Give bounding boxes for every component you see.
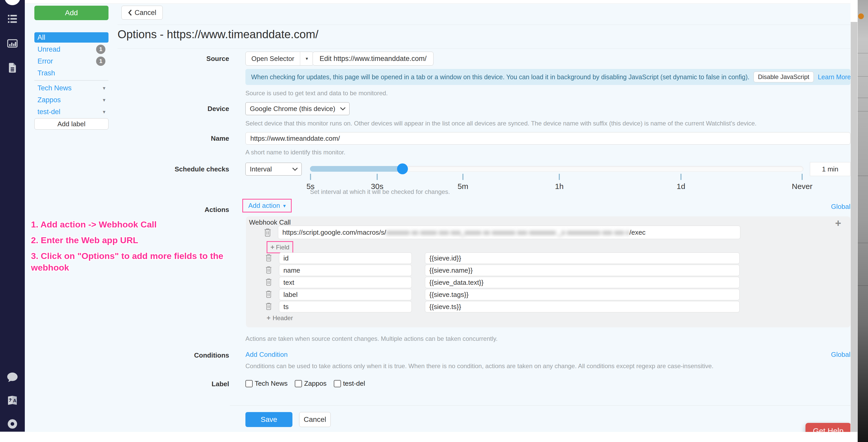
divider xyxy=(118,48,850,48)
trash-icon xyxy=(265,277,273,286)
trash-icon xyxy=(265,253,273,262)
chevron-left-icon xyxy=(128,9,132,16)
name-hint: A short name to identify this monitor. xyxy=(245,149,345,156)
add-field-button[interactable]: + Field xyxy=(267,241,293,253)
annotation-step-2: 2. Enter the Web app URL xyxy=(31,234,240,246)
slider-thumb[interactable] xyxy=(397,163,408,174)
sidebar-label-test-del[interactable]: test-del ▾ xyxy=(34,107,108,117)
main-content: Add All Unread 1 Error 1 Trash Tech News… xyxy=(25,4,850,432)
field-key-input[interactable] xyxy=(279,277,412,288)
add-monitor-button[interactable]: Add xyxy=(34,6,108,20)
webhook-call-panel: Webhook Call + https://script.google.com… xyxy=(246,216,850,327)
webhook-url-input[interactable]: https://script.google.com/macros/s/xxxxx… xyxy=(278,226,740,239)
learn-more-link[interactable]: Learn More xyxy=(818,73,850,81)
disable-javascript-button[interactable]: Disable JavaScript xyxy=(753,71,814,82)
divider xyxy=(230,405,850,406)
watchlist-icon[interactable] xyxy=(0,13,25,25)
name-label: Name xyxy=(114,132,229,144)
open-selector-button[interactable]: Open Selector ▾ xyxy=(245,52,314,66)
field-value-input[interactable] xyxy=(425,277,740,288)
trash-icon xyxy=(265,302,273,311)
page-title: Options - https://www.timeanddate.com/ xyxy=(118,28,318,41)
checkbox-zappos[interactable]: Zappos xyxy=(295,379,327,387)
device-select[interactable]: Google Chrome (this device) xyxy=(245,102,349,115)
delete-field-button[interactable] xyxy=(265,290,273,300)
chat-icon[interactable] xyxy=(0,371,25,383)
divider xyxy=(118,25,850,25)
sidebar-item-error[interactable]: Error 1 xyxy=(34,56,108,66)
scrollbar-thumb[interactable] xyxy=(851,22,858,432)
chevron-down-icon[interactable]: ▾ xyxy=(300,52,313,65)
field-value-input[interactable] xyxy=(425,252,740,264)
checkbox-test-del[interactable]: test-del xyxy=(334,379,365,387)
test-del-checkbox[interactable] xyxy=(334,380,341,387)
schedule-mode-select[interactable]: Interval xyxy=(245,163,302,176)
collapse-plus-icon[interactable]: + xyxy=(835,217,841,229)
plus-icon: + xyxy=(267,314,271,322)
schedule-hint: Set interval at which it will be checked… xyxy=(310,188,450,196)
actions-label: Actions xyxy=(114,203,229,216)
tick xyxy=(462,174,463,180)
cancel-button[interactable]: Cancel xyxy=(299,412,331,427)
name-input[interactable] xyxy=(245,132,850,144)
add-condition-link[interactable]: Add Condition xyxy=(245,351,287,359)
field-value-input[interactable] xyxy=(425,301,740,312)
svg-text:A: A xyxy=(13,398,16,403)
gear-icon[interactable] xyxy=(0,418,25,430)
conditions-global-link[interactable]: Global xyxy=(800,351,850,359)
annotation-step-1: 1. Add action -> Webhook Call xyxy=(31,219,240,230)
actions-global-link[interactable]: Global xyxy=(800,203,850,211)
chevron-down-icon[interactable]: ▾ xyxy=(103,97,105,103)
delete-field-button[interactable] xyxy=(265,277,273,287)
tick-label: 1d xyxy=(677,182,685,191)
delete-field-button[interactable] xyxy=(265,253,273,263)
field-key-input[interactable] xyxy=(279,301,412,312)
field-key-input[interactable] xyxy=(279,265,412,276)
edit-source-button[interactable]: Edit https://www.timeanddate.com/ xyxy=(313,52,433,66)
device-label: Device xyxy=(114,102,229,115)
trash-icon xyxy=(263,227,272,238)
field-key-input[interactable] xyxy=(279,252,412,264)
zappos-checkbox[interactable] xyxy=(295,380,302,387)
sidebar-item-unread[interactable]: Unread 1 xyxy=(34,44,108,55)
tick xyxy=(310,174,311,180)
cancel-back-button[interactable]: Cancel xyxy=(121,6,163,20)
add-header-button[interactable]: + Header xyxy=(267,314,293,322)
source-hint: Source is used to get text and data to b… xyxy=(245,90,388,97)
tick xyxy=(559,174,560,180)
annotation-step-3: 3. Click on "Options" to add more fields… xyxy=(31,250,240,273)
document-icon[interactable] xyxy=(0,62,25,74)
field-key-input[interactable] xyxy=(279,289,412,300)
sidebar-item-all[interactable]: All xyxy=(34,32,108,43)
label-section-label: Label xyxy=(114,379,229,388)
tick xyxy=(680,174,681,180)
sidebar-item-trash[interactable]: Trash xyxy=(34,68,108,78)
chevron-down-icon: ▾ xyxy=(283,203,286,209)
translate-icon[interactable]: A xyxy=(0,394,25,407)
chevron-down-icon[interactable]: ▾ xyxy=(103,109,105,115)
save-button[interactable]: Save xyxy=(245,412,292,427)
tech-news-checkbox[interactable] xyxy=(245,380,253,387)
chevron-down-icon xyxy=(292,167,298,171)
actions-hint: Actions are taken when source content ch… xyxy=(245,335,498,342)
sidebar-label-zappos[interactable]: Zappos ▾ xyxy=(34,95,108,105)
get-help-button[interactable]: Get Help xyxy=(805,423,850,432)
schedule-label: Schedule checks xyxy=(114,163,229,176)
chevron-down-icon[interactable]: ▾ xyxy=(103,85,105,91)
checkbox-tech-news[interactable]: Tech News xyxy=(245,379,287,387)
reports-icon[interactable] xyxy=(0,38,25,49)
slider-fill xyxy=(310,166,402,172)
field-value-input[interactable] xyxy=(425,289,740,300)
interval-value-box[interactable]: 1 min xyxy=(810,162,850,176)
tick-label: 1h xyxy=(555,182,563,191)
delete-field-button[interactable] xyxy=(265,265,273,275)
trash-icon xyxy=(265,265,273,274)
add-label-button[interactable]: Add label xyxy=(34,118,108,130)
tutorial-annotations: 1. Add action -> Webhook Call 2. Enter t… xyxy=(31,219,240,277)
delete-field-button[interactable] xyxy=(265,302,273,312)
error-count-badge: 1 xyxy=(96,57,105,66)
field-value-input[interactable] xyxy=(425,265,740,276)
delete-action-button[interactable] xyxy=(263,227,272,238)
add-action-dropdown[interactable]: Add action ▾ xyxy=(242,199,292,212)
sidebar-label-tech-news[interactable]: Tech News ▾ xyxy=(34,83,108,93)
